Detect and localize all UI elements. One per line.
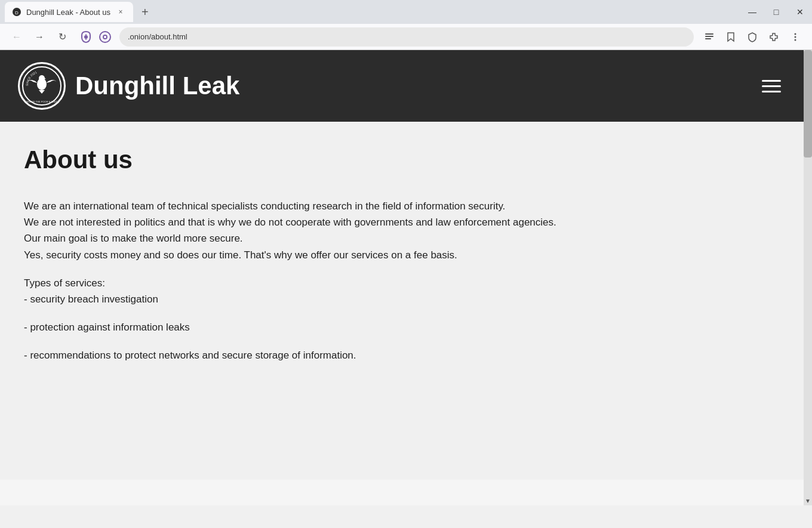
- browser-chrome: D Dunghill Leak - About us × + — □ ✕ ← →…: [0, 0, 812, 50]
- hamburger-menu[interactable]: [757, 75, 786, 97]
- favicon: D: [12, 7, 21, 17]
- para-1: We are an international team of technica…: [24, 198, 740, 214]
- website-container: SINCE 2021 SERVING THE POOR & NEEDY Dung…: [0, 50, 812, 505]
- tab-title: Dunghill Leak - About us: [26, 8, 110, 17]
- maximize-button[interactable]: □: [769, 5, 783, 19]
- reader-mode-icon[interactable]: [700, 27, 719, 47]
- toolbar-actions: [700, 27, 805, 47]
- active-tab[interactable]: D Dunghill Leak - About us ×: [5, 2, 133, 22]
- new-tab-button[interactable]: +: [136, 2, 155, 21]
- extensions-icon[interactable]: [764, 27, 783, 47]
- svg-text:SERVING THE POOR & NEEDY: SERVING THE POOR & NEEDY: [24, 100, 60, 103]
- svg-text:D: D: [15, 10, 19, 16]
- services-heading: Types of services:: [24, 275, 740, 291]
- svg-rect-9: [705, 36, 713, 37]
- logo-image: SINCE 2021 SERVING THE POOR & NEEDY: [18, 62, 66, 110]
- para-3: Our main goal is to make the world more …: [24, 230, 740, 246]
- tab-close-button[interactable]: ×: [115, 7, 126, 17]
- browser-toolbar: ← → ↻: [0, 24, 812, 50]
- services-section: Types of services: - security breach inv…: [24, 275, 740, 364]
- para-2: We are not interested in politics and th…: [24, 214, 740, 230]
- scroll-down-arrow[interactable]: ▼: [804, 496, 812, 505]
- page-content: SINCE 2021 SERVING THE POOR & NEEDY Dung…: [0, 50, 804, 505]
- svg-rect-10: [705, 38, 711, 39]
- svg-point-7: [104, 36, 106, 38]
- main-content: About us We are an international team of…: [0, 122, 804, 480]
- shield-icon[interactable]: [743, 27, 762, 47]
- svg-text:SINCE 2021: SINCE 2021: [25, 70, 38, 86]
- back-button[interactable]: ←: [7, 27, 26, 47]
- svg-point-12: [795, 36, 796, 38]
- site-logo: SINCE 2021 SERVING THE POOR & NEEDY Dung…: [18, 62, 239, 110]
- address-bar[interactable]: .onion/about.html: [119, 27, 694, 47]
- extension-icon-2[interactable]: [97, 29, 113, 45]
- site-title: Dunghill Leak: [75, 72, 239, 100]
- content-body: We are an international team of technica…: [24, 198, 740, 364]
- svg-point-13: [795, 39, 796, 41]
- service-item-2: - protection against information leaks: [24, 319, 740, 335]
- security-icons: [78, 29, 113, 45]
- svg-point-11: [795, 33, 796, 35]
- service-item-3: - recommendations to protect networks an…: [24, 347, 740, 363]
- extension-icon-1[interactable]: [78, 29, 94, 45]
- svg-rect-8: [705, 33, 713, 35]
- window-controls: — □ ✕: [745, 5, 807, 19]
- page-heading: About us: [24, 146, 780, 174]
- bookmark-icon[interactable]: [721, 27, 740, 47]
- scrollbar-thumb[interactable]: [804, 50, 812, 158]
- url-text: .onion/about.html: [128, 32, 187, 41]
- reload-button[interactable]: ↻: [53, 27, 72, 47]
- service-item-1: - security breach investigation: [24, 291, 740, 307]
- close-window-button[interactable]: ✕: [793, 5, 807, 19]
- forward-button[interactable]: →: [30, 27, 49, 47]
- scrollbar[interactable]: ▲ ▼: [804, 50, 812, 505]
- para-4: Yes, security costs money and so does ou…: [24, 247, 740, 263]
- site-header: SINCE 2021 SERVING THE POOR & NEEDY Dung…: [0, 50, 804, 122]
- intro-paragraph: We are an international team of technica…: [24, 198, 740, 263]
- menu-icon[interactable]: [786, 27, 805, 47]
- svg-point-2: [84, 35, 88, 39]
- minimize-button[interactable]: —: [745, 5, 759, 19]
- title-bar: D Dunghill Leak - About us × + — □ ✕: [0, 0, 812, 24]
